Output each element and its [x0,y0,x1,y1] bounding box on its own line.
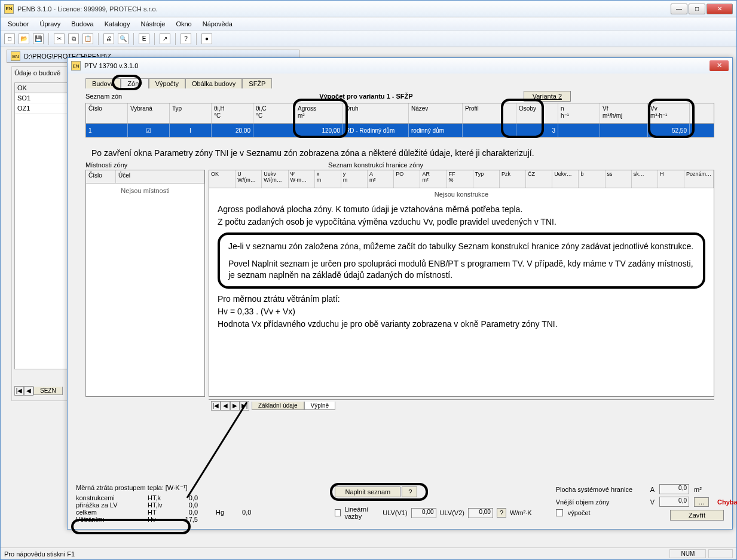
col-typ[interactable]: Typ [170,103,212,123]
constr-col[interactable]: Pzk [500,170,526,188]
open-icon[interactable]: 📂 [19,33,29,44]
varianta-button[interactable]: Varianta 2 [524,91,571,102]
menu-soubor[interactable]: Soubor [3,19,33,29]
menu-okno[interactable]: Okno [171,19,196,29]
zavrit-button[interactable]: Zavřít [670,510,724,521]
bottom-tabstrip: |◀ ◀ ▶ ▶| Základní údaje Výplně [209,399,714,411]
left-panel: Údaje o budově OK SO1 OZ1 |◀ ◀ SEZN [11,66,71,401]
tab-budova[interactable]: Budova [85,78,121,88]
constr-col[interactable]: OK [209,170,236,188]
left-grid-row[interactable]: SO1 [15,93,68,103]
constr-col[interactable]: FF % [447,170,473,188]
btab-zakladni[interactable]: Základní údaje [252,402,304,410]
tab-vypocty[interactable]: Výpočty [149,78,185,88]
constr-col[interactable]: y m [341,170,368,188]
doc-icon: EN [11,51,20,61]
minimize-button[interactable]: ― [671,4,687,14]
close-button[interactable]: ✕ [707,4,733,14]
col-tih[interactable]: θi,H °C [212,103,253,123]
constr-col[interactable]: U W/(m… [236,170,262,188]
tab-sfzp[interactable]: SFŽP [242,78,272,88]
constr-col[interactable]: Uekv W/(m… [262,170,288,188]
copy-icon[interactable]: ⧉ [68,33,79,44]
constr-col[interactable]: b [579,170,605,188]
fill-list-button[interactable]: Naplnit seznam [335,486,400,497]
constr-col[interactable]: sk… [632,170,658,188]
constr-col[interactable]: Uekv… [552,170,579,188]
constr-text-3: Pro měrnou ztrátu větráním platí: [218,293,705,305]
col-druh[interactable]: Druh [343,103,409,123]
col-osoby[interactable]: Osoby [516,103,558,123]
col-cislo[interactable]: Číslo [86,103,128,123]
volume-more-button[interactable]: … [694,497,709,507]
status-hint: Pro nápovědu stiskni F1 [4,550,75,558]
menu-katalogy[interactable]: Katalogy [100,19,135,29]
constr-text-2: Z počtu zadaných osob je vypočítána výmě… [218,216,705,228]
rooms-empty: Nejsou místnosti [86,183,204,198]
tab-nav-last-icon[interactable]: ▶| [240,401,249,411]
menu-napoveda[interactable]: Nápověda [198,19,237,29]
tab-nav-next-icon[interactable]: ▶ [230,401,240,411]
main-titlebar: EN PENB 3.1.0 - Licence: 999999, PROTECH… [1,1,736,17]
error-label: Chyba [717,498,737,506]
print-icon[interactable]: 🖨 [103,33,114,44]
rooms-grid: Číslo Účel Nejsou místnosti [85,170,205,397]
col-profil[interactable]: Profil [463,103,516,123]
constr-col[interactable]: Typ [473,170,500,188]
constr-col[interactable]: AR m² [420,170,447,188]
save-icon[interactable]: 💾 [33,33,44,44]
vypocet-checkbox[interactable] [556,509,563,516]
tab-zony[interactable]: Zóny [121,78,148,88]
explain-text-1: Po zavření okna Parametry zóny TNI je v … [91,148,708,158]
constr-col[interactable]: PO [394,170,420,188]
left-grid-row[interactable]: OZ1 [15,103,68,114]
ulv1-input: 0,00 [411,508,436,518]
menu-upravy[interactable]: Úpravy [35,19,65,29]
constr-col[interactable]: ss [605,170,632,188]
nav-prev-icon[interactable]: ◀ [24,386,33,396]
dialog-close-icon[interactable]: ✕ [710,60,729,71]
new-icon[interactable]: □ [4,33,15,44]
zones-grid-row[interactable]: 1 ☑ I 20,00 120,00 RD - Rodinný dům rodi… [86,124,714,137]
btab-vyplne[interactable]: Výplně [304,402,336,410]
paste-icon[interactable]: 📋 [82,33,93,44]
nav-first-icon[interactable]: |◀ [14,386,24,396]
col-nazev[interactable]: Název [409,103,463,123]
col-vybrana[interactable]: Vybraná [128,103,170,123]
col-n[interactable]: n h⁻¹ [558,103,600,123]
export-icon[interactable]: ↗ [160,33,170,44]
menu-budova[interactable]: Budova [66,19,98,29]
about-icon[interactable]: ● [201,33,212,44]
cut-icon[interactable]: ✂ [54,33,65,44]
app-title: PENB 3.1.0 - Licence: 999999, PROTECH s.… [17,5,671,13]
tab-nav-first-icon[interactable]: |◀ [211,401,221,411]
seznam-zon-label: Seznam zón [85,93,122,100]
excel-icon[interactable]: E [139,33,149,44]
constr-title: Seznam konstrukcí hranice zóny [328,161,714,169]
constr-col[interactable]: x m [315,170,341,188]
constr-col[interactable]: Poznám… [684,170,714,188]
constr-col[interactable]: A m² [368,170,394,188]
preview-icon[interactable]: 🔍 [118,33,129,44]
linear-checkbox[interactable] [335,509,341,516]
linear-bonds-row: Lineární vazby ULV(V1) 0,00 ULV(V2) 0,00… [335,506,531,520]
heat-loss-table: Měrná ztráta prostupem tepla: [W·K⁻¹] ko… [76,484,251,523]
tab-nav-prev-icon[interactable]: ◀ [221,401,230,411]
constr-text-4: Hv = 0,33 . (Vv + Vx) [218,306,705,317]
col-agross[interactable]: Agross m² [295,103,343,123]
constr-col[interactable]: H [658,170,684,188]
rooms-col-ucel[interactable]: Účel [116,170,204,183]
ulv-help-button[interactable]: ? [497,508,506,518]
menu-nastroje[interactable]: Nástroje [136,19,170,29]
col-vv[interactable]: Vv m³·h⁻¹ [648,103,690,123]
help-button[interactable]: ? [402,486,417,497]
rooms-col-cislo[interactable]: Číslo [86,170,116,183]
maximize-button[interactable]: □ [689,4,705,14]
constr-col[interactable]: ČZ [526,170,552,188]
constr-col[interactable]: Ψ W·m… [289,170,315,188]
col-vf[interactable]: Vf m³/h/mj [600,103,648,123]
left-tab-sezn[interactable]: SEZN [33,387,63,395]
tab-obalka[interactable]: Obálka budovy [185,78,242,88]
col-tic[interactable]: θi,C °C [253,103,295,123]
help-icon[interactable]: ? [181,33,191,44]
